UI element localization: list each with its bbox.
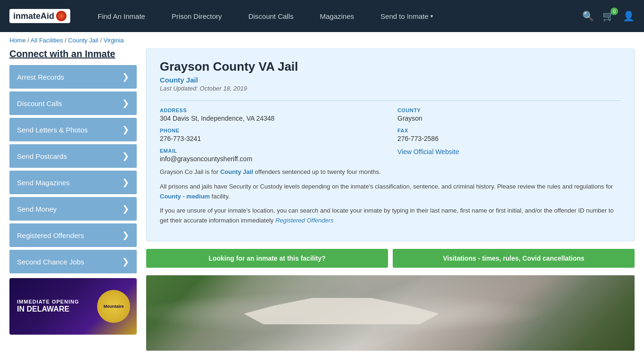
chevron-right-icon: ❯ [122, 72, 129, 82]
chevron-right-icon: ❯ [122, 204, 129, 214]
info-fax: FAX 276-773-2586 [397, 128, 621, 142]
sidebar-ad[interactable]: IMMEDIATE OPENING IN DELAWARE Mountaire [9, 278, 137, 335]
email-value: info@graysoncountysheriff.com [160, 155, 383, 163]
visitations-button[interactable]: Visitations - times, rules, Covid cancel… [393, 249, 635, 268]
chevron-down-icon: ▾ [430, 13, 433, 19]
info-county: COUNTY Grayson [397, 107, 621, 122]
ad-main-text: IN DELAWARE [17, 304, 69, 313]
ad-logo-badge: Mountaire [97, 290, 130, 323]
info-website: View Official Website [397, 148, 621, 163]
breadcrumb: Home / All Facilities / County Jail / Vi… [0, 32, 644, 49]
sidebar-item-second-chance-jobs[interactable]: Second Chance Jobs ❯ [9, 250, 137, 273]
chevron-right-icon: ❯ [122, 230, 129, 240]
cart-badge: 0 [611, 8, 618, 15]
facility-image [146, 275, 635, 351]
website-link[interactable]: View Official Website [397, 148, 459, 156]
breadcrumb-virginia[interactable]: Virginia [103, 37, 124, 44]
phone-value: 276-773-3241 [160, 135, 383, 142]
sidebar-item-discount-calls[interactable]: Discount Calls ❯ [9, 91, 137, 115]
sidebar-item-send-postcards[interactable]: Send Postcards ❯ [9, 144, 137, 168]
chevron-right-icon: ❯ [122, 177, 129, 188]
county-jail-link[interactable]: County Jail [220, 168, 253, 175]
nav-discount-calls[interactable]: Discount Calls [235, 0, 307, 32]
sidebar-item-registered-offenders[interactable]: Registered Offenders ❯ [9, 223, 137, 247]
search-icon[interactable]: 🔍 [582, 10, 594, 22]
desc-para-2: All prisons and jails have Security or C… [160, 182, 621, 202]
facility-updated: Last Updated: October 18, 2019 [160, 85, 621, 92]
breadcrumb-all-facilities[interactable]: All Facilities [31, 37, 63, 44]
logo-text: inmateAid [13, 11, 54, 21]
breadcrumb-home[interactable]: Home [9, 37, 26, 44]
navbar-icons: 🔍 🛒 0 👤 [582, 10, 635, 22]
find-inmate-button[interactable]: Looking for an inmate at this facility? [146, 249, 388, 268]
facility-type: County Jail [160, 76, 621, 84]
navbar: inmateAid Find An Inmate Prison Director… [0, 0, 644, 32]
main-content: Connect with an Inmate Arrest Records ❯ … [0, 49, 644, 360]
sidebar-item-send-letters[interactable]: Send Letters & Photos ❯ [9, 118, 137, 141]
facility-card: Grayson County VA Jail County Jail Last … [146, 49, 635, 241]
facility-info-grid: ADDRESS 304 Davis St, Independence, VA 2… [160, 100, 621, 163]
email-label: EMAIL [160, 148, 383, 154]
info-email: EMAIL info@graysoncountysheriff.com [160, 148, 383, 163]
cart-icon[interactable]: 🛒 0 [603, 10, 614, 22]
desc-para-3: If you are unsure of your inmate's locat… [160, 206, 621, 226]
sidebar-title: Connect with an Inmate [9, 49, 137, 59]
breadcrumb-county-jail[interactable]: County Jail [68, 37, 98, 44]
county-label: COUNTY [397, 107, 621, 113]
chevron-right-icon: ❯ [122, 124, 129, 135]
sidebar-item-send-money[interactable]: Send Money ❯ [9, 197, 137, 221]
sidebar-item-arrest-records[interactable]: Arrest Records ❯ [9, 65, 137, 89]
fax-value: 276-773-2586 [397, 135, 621, 142]
navbar-links: Find An Inmate Prison Directory Discount… [84, 0, 582, 32]
address-label: ADDRESS [160, 107, 383, 113]
ad-top-text: IMMEDIATE OPENING [17, 299, 79, 304]
user-icon[interactable]: 👤 [623, 10, 635, 22]
registered-offenders-link[interactable]: Registered Offenders [275, 217, 334, 224]
address-value: 304 Davis St, Independence, VA 24348 [160, 115, 383, 122]
nav-prison-directory[interactable]: Prison Directory [158, 0, 235, 32]
info-phone: PHONE 276-773-3241 [160, 128, 383, 142]
nav-send-to-inmate[interactable]: Send to Inmate ▾ [367, 0, 446, 32]
desc-para-1: Grayson Co Jail is for County Jail offen… [160, 167, 621, 177]
nav-find-inmate[interactable]: Find An Inmate [84, 0, 158, 32]
chevron-right-icon: ❯ [122, 98, 129, 108]
chevron-right-icon: ❯ [122, 256, 129, 267]
fax-label: FAX [397, 128, 621, 133]
logo[interactable]: inmateAid [9, 9, 70, 23]
sidebar-item-send-magazines[interactable]: Send Magazines ❯ [9, 171, 137, 194]
nav-magazines[interactable]: Magazines [307, 0, 368, 32]
facility-name: Grayson County VA Jail [160, 59, 621, 74]
info-address: ADDRESS 304 Davis St, Independence, VA 2… [160, 107, 383, 122]
action-buttons: Looking for an inmate at this facility? … [146, 249, 635, 268]
county-medium-link[interactable]: County - medium [160, 193, 210, 200]
chevron-right-icon: ❯ [122, 151, 129, 161]
sidebar: Connect with an Inmate Arrest Records ❯ … [9, 49, 137, 351]
county-value: Grayson [397, 115, 621, 122]
facility-content: Grayson County VA Jail County Jail Last … [146, 49, 635, 351]
logo-icon [56, 11, 66, 21]
facility-description: Grayson Co Jail is for County Jail offen… [160, 167, 621, 226]
phone-label: PHONE [160, 128, 383, 133]
